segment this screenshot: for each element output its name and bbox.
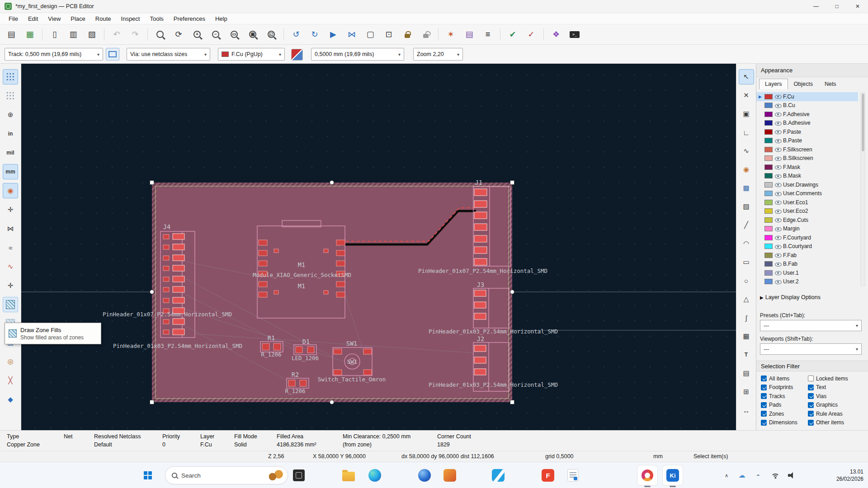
route-track-tool-icon[interactable]: ∟ <box>739 125 754 140</box>
plugins-icon[interactable]: ❖ <box>547 26 565 42</box>
layer-row-fpaste[interactable]: F.Paste <box>756 127 858 136</box>
ref-j3[interactable]: J3 <box>477 281 484 288</box>
visibility-eye-icon[interactable] <box>775 208 781 214</box>
checkbox[interactable] <box>808 375 814 381</box>
track-width-dropdown[interactable]: Track: 0,500 mm (19,69 mils)▾ <box>5 48 103 61</box>
visibility-eye-icon[interactable] <box>775 155 781 161</box>
checkbox[interactable] <box>761 420 767 426</box>
visibility-eye-icon[interactable] <box>775 244 781 249</box>
visibility-eye-icon[interactable] <box>775 173 781 179</box>
layer-color-swatch[interactable] <box>764 164 773 170</box>
save-icon[interactable]: ▤ <box>3 26 20 42</box>
volume-icon[interactable] <box>785 462 798 488</box>
layer-color-swatch[interactable] <box>764 208 773 214</box>
layer-row-bcourtyard[interactable]: B.Courtyard <box>756 242 858 251</box>
layer-row-bpaste[interactable]: B.Paste <box>756 136 858 145</box>
ref-j1[interactable]: J1 <box>475 179 482 186</box>
tab-nets[interactable]: Nets <box>819 79 842 89</box>
layer-row-fsilkscreen[interactable]: F.Silkscreen <box>756 145 858 154</box>
visibility-eye-icon[interactable] <box>775 129 781 135</box>
curved-ratsnest-icon[interactable]: ≈ <box>3 240 18 255</box>
layer-color-swatch[interactable] <box>764 279 773 284</box>
dimension-tool-icon[interactable]: ↔ <box>739 403 754 418</box>
ratsnest-visibility-icon[interactable]: ⋈ <box>3 221 18 236</box>
layer-color-swatch[interactable] <box>764 235 773 240</box>
layer-row-badhesive[interactable]: B.Adhesive <box>756 119 858 128</box>
filter-rule-areas[interactable]: Rule Areas <box>808 409 865 418</box>
value-d1[interactable]: LED_1206 <box>292 355 319 361</box>
layer-color-swatch[interactable] <box>764 226 773 231</box>
select-tool-icon[interactable]: ↖ <box>739 69 754 84</box>
visibility-eye-icon[interactable] <box>775 111 781 117</box>
drc-icon[interactable]: ✔ <box>504 26 521 42</box>
checkbox[interactable] <box>808 411 814 417</box>
ref-r1[interactable]: R1 <box>268 334 275 342</box>
checkbox[interactable] <box>761 393 767 399</box>
ref-sw1-inner[interactable]: SW1 <box>347 358 358 365</box>
zoom-in-icon[interactable]: + <box>189 26 206 42</box>
kicad-app-icon[interactable]: Ki <box>663 465 683 485</box>
value-r2[interactable]: R_1206 <box>285 388 305 394</box>
via-size-dropdown[interactable]: Via: use netclass sizes▾ <box>127 48 210 61</box>
layer-row-usercomments[interactable]: User.Comments <box>756 189 858 198</box>
label-header3-left[interactable]: PinHeader_01x03_P2.54mm_Horizontal_SMD <box>113 343 242 349</box>
rotate-ccw-icon[interactable]: ↺ <box>288 26 305 42</box>
zone-tool-icon[interactable]: ▩ <box>739 180 754 196</box>
layer-row-edgecuts[interactable]: Edge.Cuts <box>756 216 858 225</box>
layer-row-ffab[interactable]: F.Fab <box>756 251 858 260</box>
visibility-eye-icon[interactable] <box>775 120 781 126</box>
menu-tools[interactable]: Tools <box>145 13 168 24</box>
copper-zone[interactable] <box>152 183 512 402</box>
find-icon[interactable] <box>151 26 169 42</box>
orange-app-icon[interactable] <box>440 465 460 485</box>
layer-color-swatch[interactable] <box>764 270 773 276</box>
ratsnest-icon[interactable]: ✶ <box>442 26 459 42</box>
polar-coords-icon[interactable]: ⊕ <box>3 107 18 122</box>
visibility-eye-icon[interactable] <box>775 261 781 267</box>
checkbox[interactable] <box>808 402 814 408</box>
donut-chart-app-icon[interactable] <box>637 465 657 485</box>
minimize-button[interactable]: — <box>806 0 826 13</box>
bezier-tool-icon[interactable]: ∫ <box>739 310 754 325</box>
layer-row-margin[interactable]: Margin <box>756 225 858 234</box>
terminal-app-icon[interactable] <box>289 465 309 485</box>
layer-color-swatch[interactable] <box>764 244 773 249</box>
tab-layers[interactable]: Layers <box>759 79 788 89</box>
layer-row-bfab[interactable]: B.Fab <box>756 260 858 269</box>
board-stackup-icon[interactable]: ≡ <box>479 26 496 42</box>
layer-color-swatch[interactable] <box>764 261 773 267</box>
zone-fill-icon[interactable] <box>3 297 18 312</box>
layer-color-swatch[interactable] <box>764 155 773 161</box>
menu-help[interactable]: Help <box>210 13 232 24</box>
visibility-eye-icon[interactable] <box>775 182 781 188</box>
via-display-icon[interactable]: ◎ <box>3 354 18 369</box>
ref-m1[interactable]: M1 <box>298 261 305 268</box>
layer-pair-icon[interactable] <box>291 49 303 61</box>
table-tool-icon[interactable]: ⊞ <box>739 384 754 399</box>
visibility-eye-icon[interactable] <box>775 138 781 144</box>
layer-color-swatch[interactable] <box>764 94 773 99</box>
image-tool-icon[interactable]: ▦ <box>739 328 754 344</box>
active-layer-dropdown[interactable]: F.Cu (PgUp)▾ <box>218 48 285 61</box>
textbox-tool-icon[interactable]: ▤ <box>739 366 754 381</box>
visibility-eye-icon[interactable] <box>775 146 781 152</box>
filter-text[interactable]: Text <box>808 383 865 392</box>
edge-browser-icon[interactable] <box>365 465 385 485</box>
highlight-net-icon[interactable]: ∿ <box>3 259 18 274</box>
layer-color-swatch[interactable] <box>764 182 773 188</box>
layer-row-bcu[interactable]: B.Cu <box>756 101 858 110</box>
menu-view[interactable]: View <box>43 13 66 24</box>
track-display-icon[interactable]: ╳ <box>3 373 18 388</box>
mirror-icon[interactable]: ⋈ <box>343 26 360 42</box>
visibility-eye-icon[interactable] <box>775 164 781 170</box>
vscode-icon[interactable] <box>488 465 508 485</box>
polygon-tool-icon[interactable]: △ <box>739 291 754 307</box>
auto-track-width-toggle[interactable] <box>106 48 119 61</box>
layer-row-fadhesive[interactable]: F.Adhesive <box>756 110 858 119</box>
net-inspector-icon[interactable]: ▤ <box>461 26 478 42</box>
unlock-icon[interactable] <box>417 26 434 42</box>
visibility-eye-icon[interactable] <box>775 226 781 232</box>
layer-color-swatch[interactable] <box>764 147 773 152</box>
menu-preferences[interactable]: Preferences <box>169 13 210 24</box>
label-header3-j3[interactable]: PinHeader_01x03_P2.54mm_Horizontal_SMD <box>429 328 558 335</box>
